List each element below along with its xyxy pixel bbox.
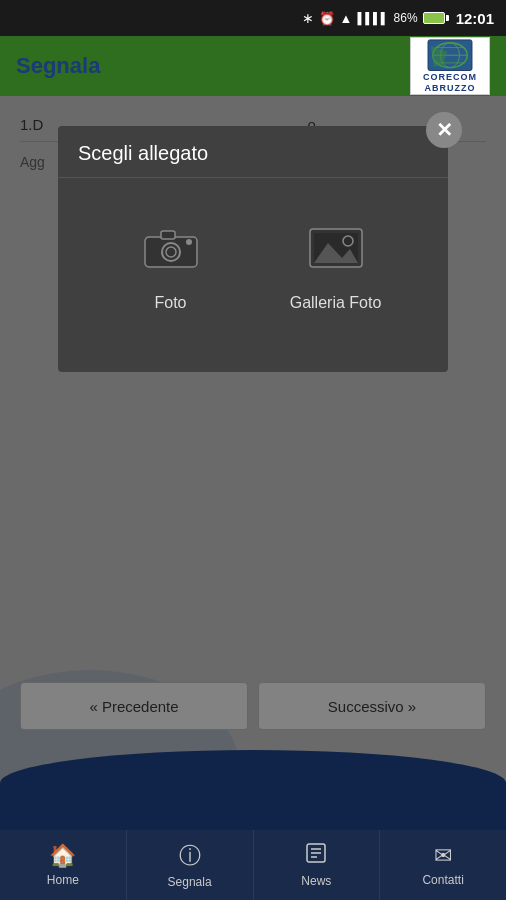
svg-point-11: [186, 239, 192, 245]
dialog-header: Scegli allegato: [58, 142, 448, 178]
dialog-title: Scegli allegato: [78, 142, 208, 165]
nav-label-segnala: Segnala: [168, 875, 212, 889]
nav-item-home[interactable]: 🏠 Home: [0, 830, 127, 900]
foto-option[interactable]: Foto: [111, 218, 231, 312]
svg-point-9: [166, 247, 176, 257]
svg-rect-10: [161, 231, 175, 239]
header-title: Segnala: [0, 53, 100, 79]
gallery-icon: [301, 218, 371, 278]
battery-percent: 86%: [394, 11, 418, 25]
nav-label-news: News: [301, 874, 331, 888]
header: Segnala CORECOM ABRUZZO: [0, 36, 506, 96]
dialog-close-button[interactable]: ✕: [426, 112, 462, 148]
main-content: 1.D o Agg « Precedente Successivo » ✕ Sc…: [0, 96, 506, 830]
foto-label: Foto: [154, 294, 186, 312]
dialog-overlay: ✕ Scegli allegato: [0, 96, 506, 830]
bluetooth-icon: ∗: [302, 10, 314, 26]
logo-text: CORECOM ABRUZZO: [423, 72, 477, 94]
bottom-nav: 🏠 Home ⓘ Segnala News ✉ Contatti: [0, 830, 506, 900]
camera-icon: [136, 218, 206, 278]
nav-label-home: Home: [47, 873, 79, 887]
status-bar: ∗ ⏰ ▲ ▌▌▌▌ 86% 12:01: [0, 0, 506, 36]
status-time: 12:01: [456, 10, 494, 27]
signal-icon: ▌▌▌▌: [357, 12, 388, 24]
galleria-label: Galleria Foto: [290, 294, 382, 312]
nav-label-contatti: Contatti: [422, 873, 463, 887]
status-icons: ∗ ⏰ ▲ ▌▌▌▌ 86% 12:01: [302, 10, 494, 27]
alarm-icon: ⏰: [319, 11, 335, 26]
home-icon: 🏠: [49, 843, 76, 869]
contatti-icon: ✉: [434, 843, 452, 869]
logo-globe-icon: [425, 38, 475, 72]
galleria-option[interactable]: Galleria Foto: [276, 218, 396, 312]
battery-icon: [423, 12, 445, 24]
nav-item-contatti[interactable]: ✉ Contatti: [380, 830, 506, 900]
wifi-icon: ▲: [340, 11, 353, 26]
dialog-body: Foto Galleria Foto: [58, 178, 448, 332]
close-icon: ✕: [436, 118, 453, 142]
news-icon: [305, 842, 327, 870]
nav-item-news[interactable]: News: [254, 830, 381, 900]
attachment-dialog: ✕ Scegli allegato: [58, 126, 448, 372]
segnala-icon: ⓘ: [179, 841, 201, 871]
logo: CORECOM ABRUZZO: [410, 37, 490, 95]
nav-item-segnala[interactable]: ⓘ Segnala: [127, 830, 254, 900]
